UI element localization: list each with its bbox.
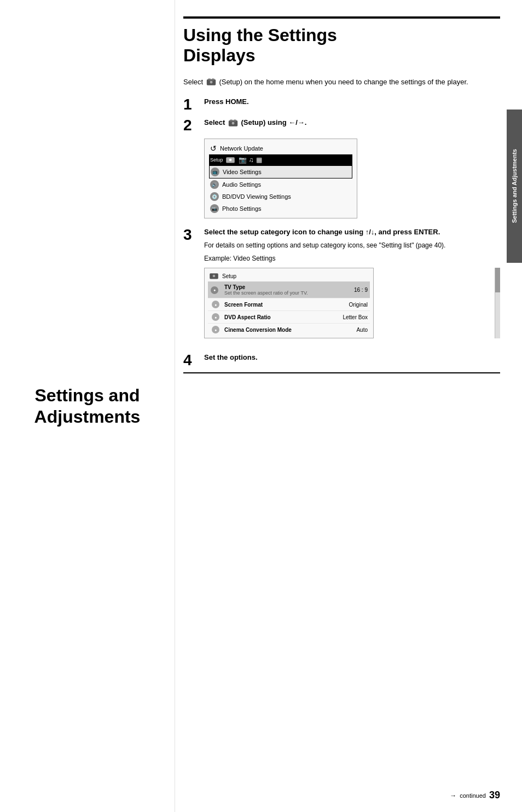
svg-point-9 (229, 159, 231, 162)
video-settings-label: Video Settings (223, 169, 262, 175)
audio-settings-icon: 🔊 (210, 180, 219, 189)
tvtype-sub: Set the screen aspect ratio of your TV. (224, 290, 338, 296)
tvtype-icon-cell: ● (210, 286, 221, 294)
cinema-icon-cell: ● (210, 326, 221, 333)
cinema-main: Cinema Conversion Mode (224, 327, 338, 333)
page-number: 39 (489, 790, 500, 801)
cinema-value: Auto (338, 327, 368, 333)
video-row-dvdaspect: ● DVD Aspect Ratio Letter Box (208, 311, 370, 324)
page-title: Using the SettingsDisplays (183, 25, 500, 66)
screenformat-main: Screen Format (224, 302, 338, 308)
screenformat-value: Original (338, 302, 368, 308)
video-scrollbar (495, 268, 500, 338)
svg-rect-2 (212, 79, 214, 80)
top-border (183, 16, 500, 19)
bddvd-label: BD/DVD Viewing Settings (222, 193, 291, 200)
step-3-example: Example: Video Settings (204, 254, 500, 263)
svg-rect-6 (234, 119, 236, 121)
cinema-icon: ● (212, 326, 219, 333)
video-header-label: Setup (222, 273, 236, 279)
film-icon: ▦ (256, 156, 262, 164)
bddvd-icon: 💿 (210, 192, 219, 201)
menu-row-network: ↺ Network Update (209, 142, 352, 154)
setup-icon-video-header (209, 272, 219, 280)
continued-text: continued (460, 792, 486, 799)
screenformat-label: Screen Format (224, 302, 338, 308)
menu-row-bddvd: 💿 BD/DVD Viewing Settings (209, 191, 352, 203)
intro-text: Select (Setup) on the home menu when you… (183, 77, 500, 88)
dvdaspect-icon: ● (212, 313, 219, 321)
right-tab-label: Settings and Adjustments (511, 149, 518, 223)
intro-setup-label: (Setup) on the home menu when you need t… (219, 78, 468, 86)
menu-row-photo: 📷 Photo Settings (209, 203, 352, 215)
step-4: 4 Set the options. (183, 353, 500, 368)
screenformat-icon-cell: ● (210, 301, 221, 308)
setup-icon (206, 78, 216, 87)
video-row-tvtype: ● TV Type Set the screen aspect ratio of… (208, 282, 370, 298)
svg-point-7 (231, 122, 234, 124)
step-2-number: 2 (183, 118, 201, 133)
menu-row-video: 📺 Video Settings (209, 165, 352, 178)
menu-screenshot: ↺ Network Update Setup 📷 ♫ ▦ 📺 Video Set… (204, 139, 357, 218)
dvdaspect-value: Letter Box (338, 314, 368, 320)
step-4-content: Set the options. (204, 353, 500, 362)
tvtype-label: TV Type Set the screen aspect ratio of y… (224, 284, 338, 296)
left-sidebar: Settings andAdjustments (0, 0, 175, 812)
step-1-number: 1 (183, 97, 201, 112)
step-3-number: 3 (183, 227, 201, 243)
right-tab: Settings and Adjustments (507, 110, 522, 263)
menu-row-audio: 🔊 Audio Settings (209, 178, 352, 191)
step-4-number: 4 (183, 353, 201, 368)
music-icon: ♫ (249, 156, 254, 164)
video-row-cinema: ● Cinema Conversion Mode Auto (208, 324, 370, 336)
step-3: 3 Select the setup category icon to chan… (183, 227, 500, 347)
main-content: Using the SettingsDisplays Select (Setup… (183, 16, 500, 796)
setup-icon-2 (228, 119, 238, 128)
video-screenshot: Setup ● TV Type Set the screen aspect ra… (204, 268, 374, 338)
arrow-right-icon: → (450, 792, 456, 799)
video-screenshot-wrapper: Setup ● TV Type Set the screen aspect ra… (204, 268, 500, 338)
step-3-desc1: For details on setting options and setup… (204, 240, 500, 250)
setup-row-label: Setup (210, 157, 223, 163)
camera-icon: 📷 (239, 156, 247, 164)
video-row-screenformat: ● Screen Format Original (208, 298, 370, 311)
menu-row-setup-icons: Setup 📷 ♫ ▦ (209, 154, 352, 165)
photo-icon: 📷 (210, 204, 219, 213)
dvdaspect-icon-cell: ● (210, 313, 221, 321)
cinema-label: Cinema Conversion Mode (224, 327, 338, 333)
bottom-nav: → continued 39 (450, 790, 500, 801)
tvtype-row-icon: ● (211, 286, 218, 294)
video-header: Setup (208, 270, 370, 282)
step-1: 1 Press HOME. (183, 97, 500, 112)
tvtype-main: TV Type (224, 284, 338, 290)
dvdaspect-main: DVD Aspect Ratio (224, 314, 338, 320)
sidebar-title: Settings andAdjustments (34, 385, 141, 427)
step-3-label: Select the setup category icon to change… (204, 227, 500, 237)
svg-rect-5 (230, 119, 233, 121)
step-2: 2 Select (Setup) using ←/→. (183, 118, 500, 133)
setup-icon-menu (225, 156, 235, 164)
video-settings-icon: 📺 (211, 168, 219, 176)
photo-label: Photo Settings (222, 205, 262, 212)
dvdaspect-label: DVD Aspect Ratio (224, 314, 338, 320)
video-scrollbar-thumb (495, 268, 500, 292)
svg-point-11 (213, 275, 216, 278)
network-label: Network Update (220, 145, 263, 152)
network-icon: ↺ (210, 144, 217, 153)
step-3-content: Select the setup category icon to change… (204, 227, 500, 347)
tvtype-value: 16 : 9 (338, 287, 368, 293)
step-2-content: Select (Setup) using ←/→. (204, 118, 500, 128)
intro-before: Select (183, 78, 205, 86)
step-1-label: Press HOME. (204, 97, 500, 107)
audio-settings-label: Audio Settings (222, 181, 261, 188)
step-4-label: Set the options. (204, 353, 500, 362)
bottom-border (183, 372, 500, 373)
step-1-content: Press HOME. (204, 97, 500, 107)
svg-point-3 (210, 81, 212, 84)
step-2-label: Select (Setup) using ←/→. (204, 118, 500, 128)
screenformat-icon: ● (212, 301, 219, 308)
svg-rect-1 (208, 79, 211, 80)
